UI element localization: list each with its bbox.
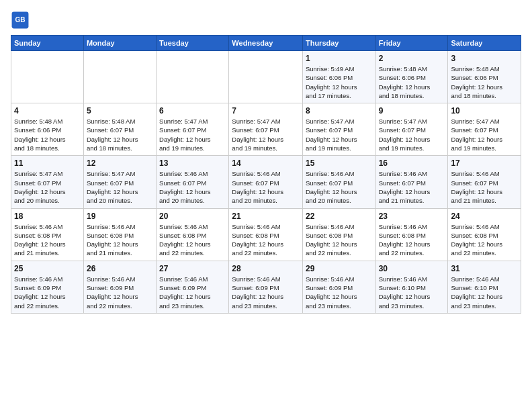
day-info: Sunrise: 5:47 AM Sunset: 6:07 PM Dayligh… <box>306 117 373 152</box>
day-cell: 18Sunrise: 5:46 AM Sunset: 6:08 PM Dayli… <box>11 208 84 261</box>
day-info: Sunrise: 5:46 AM Sunset: 6:08 PM Dayligh… <box>306 222 373 258</box>
day-info: Sunrise: 5:46 AM Sunset: 6:07 PM Dayligh… <box>159 169 226 205</box>
logo-icon: GB <box>11 11 30 30</box>
dow-header-sunday: Sunday <box>11 36 84 51</box>
day-number: 12 <box>87 158 153 168</box>
day-number: 14 <box>232 158 300 168</box>
day-info: Sunrise: 5:46 AM Sunset: 6:08 PM Dayligh… <box>379 222 445 258</box>
day-info: Sunrise: 5:46 AM Sunset: 6:10 PM Dayligh… <box>379 275 445 310</box>
day-number: 11 <box>14 158 81 168</box>
day-info: Sunrise: 5:48 AM Sunset: 6:06 PM Dayligh… <box>451 64 518 100</box>
calendar-body: 1Sunrise: 5:49 AM Sunset: 6:06 PM Daylig… <box>11 51 521 314</box>
day-number: 16 <box>379 158 445 168</box>
day-number: 17 <box>451 158 518 168</box>
day-info: Sunrise: 5:46 AM Sunset: 6:08 PM Dayligh… <box>87 222 153 258</box>
day-number: 4 <box>14 106 81 116</box>
header: GB <box>11 11 521 30</box>
day-info: Sunrise: 5:46 AM Sunset: 6:09 PM Dayligh… <box>306 275 373 310</box>
day-number: 31 <box>451 264 518 273</box>
day-cell: 7Sunrise: 5:47 AM Sunset: 6:07 PM Daylig… <box>229 103 303 156</box>
day-cell: 4Sunrise: 5:48 AM Sunset: 6:06 PM Daylig… <box>11 103 84 156</box>
day-cell: 10Sunrise: 5:47 AM Sunset: 6:07 PM Dayli… <box>448 103 521 156</box>
dow-header-tuesday: Tuesday <box>157 36 229 51</box>
day-info: Sunrise: 5:49 AM Sunset: 6:06 PM Dayligh… <box>306 64 373 100</box>
day-number: 15 <box>306 158 373 168</box>
day-cell: 24Sunrise: 5:46 AM Sunset: 6:08 PM Dayli… <box>448 208 521 261</box>
dow-header-wednesday: Wednesday <box>229 36 303 51</box>
day-cell: 11Sunrise: 5:47 AM Sunset: 6:07 PM Dayli… <box>11 156 84 208</box>
week-row-1: 1Sunrise: 5:49 AM Sunset: 6:06 PM Daylig… <box>11 51 521 103</box>
day-info: Sunrise: 5:46 AM Sunset: 6:10 PM Dayligh… <box>451 275 518 310</box>
day-number: 30 <box>379 264 445 273</box>
day-number: 5 <box>87 106 153 116</box>
day-number: 6 <box>159 106 226 116</box>
day-cell: 27Sunrise: 5:46 AM Sunset: 6:09 PM Dayli… <box>157 261 229 313</box>
day-number: 21 <box>232 212 300 221</box>
day-cell: 19Sunrise: 5:46 AM Sunset: 6:08 PM Dayli… <box>83 208 156 261</box>
day-info: Sunrise: 5:46 AM Sunset: 6:07 PM Dayligh… <box>451 169 518 205</box>
svg-text:GB: GB <box>15 16 25 24</box>
day-cell: 31Sunrise: 5:46 AM Sunset: 6:10 PM Dayli… <box>448 261 521 313</box>
day-info: Sunrise: 5:47 AM Sunset: 6:07 PM Dayligh… <box>159 117 226 152</box>
dow-header-monday: Monday <box>83 36 156 51</box>
day-cell: 30Sunrise: 5:46 AM Sunset: 6:10 PM Dayli… <box>375 261 448 313</box>
day-info: Sunrise: 5:46 AM Sunset: 6:09 PM Dayligh… <box>14 275 81 310</box>
day-number: 8 <box>306 106 373 116</box>
day-info: Sunrise: 5:46 AM Sunset: 6:08 PM Dayligh… <box>232 222 300 258</box>
day-info: Sunrise: 5:46 AM Sunset: 6:08 PM Dayligh… <box>14 222 81 258</box>
day-cell: 28Sunrise: 5:46 AM Sunset: 6:09 PM Dayli… <box>229 261 303 313</box>
day-info: Sunrise: 5:48 AM Sunset: 6:07 PM Dayligh… <box>87 117 153 152</box>
day-number: 28 <box>232 264 300 273</box>
day-info: Sunrise: 5:48 AM Sunset: 6:06 PM Dayligh… <box>14 117 81 152</box>
day-cell: 20Sunrise: 5:46 AM Sunset: 6:08 PM Dayli… <box>157 208 229 261</box>
day-number: 22 <box>306 212 373 221</box>
day-info: Sunrise: 5:46 AM Sunset: 6:07 PM Dayligh… <box>306 169 373 205</box>
day-cell: 9Sunrise: 5:47 AM Sunset: 6:07 PM Daylig… <box>375 103 448 156</box>
day-cell: 12Sunrise: 5:47 AM Sunset: 6:07 PM Dayli… <box>83 156 156 208</box>
day-cell <box>157 51 229 103</box>
week-row-3: 11Sunrise: 5:47 AM Sunset: 6:07 PM Dayli… <box>11 156 521 208</box>
week-row-5: 25Sunrise: 5:46 AM Sunset: 6:09 PM Dayli… <box>11 261 521 313</box>
day-cell: 14Sunrise: 5:46 AM Sunset: 6:07 PM Dayli… <box>229 156 303 208</box>
logo: GB <box>11 11 32 30</box>
day-cell <box>83 51 156 103</box>
day-number: 19 <box>87 212 153 221</box>
day-number: 13 <box>159 158 226 168</box>
day-number: 26 <box>87 264 153 273</box>
day-cell: 8Sunrise: 5:47 AM Sunset: 6:07 PM Daylig… <box>302 103 375 156</box>
day-cell: 26Sunrise: 5:46 AM Sunset: 6:09 PM Dayli… <box>83 261 156 313</box>
day-cell <box>11 51 84 103</box>
day-cell: 2Sunrise: 5:48 AM Sunset: 6:06 PM Daylig… <box>375 51 448 103</box>
day-info: Sunrise: 5:46 AM Sunset: 6:07 PM Dayligh… <box>232 169 300 205</box>
dow-header-thursday: Thursday <box>302 36 375 51</box>
day-info: Sunrise: 5:47 AM Sunset: 6:07 PM Dayligh… <box>14 169 81 205</box>
dow-header-friday: Friday <box>375 36 448 51</box>
day-cell: 6Sunrise: 5:47 AM Sunset: 6:07 PM Daylig… <box>157 103 229 156</box>
day-cell: 5Sunrise: 5:48 AM Sunset: 6:07 PM Daylig… <box>83 103 156 156</box>
day-cell: 17Sunrise: 5:46 AM Sunset: 6:07 PM Dayli… <box>448 156 521 208</box>
day-info: Sunrise: 5:48 AM Sunset: 6:06 PM Dayligh… <box>379 64 445 100</box>
day-number: 24 <box>451 212 518 221</box>
day-cell: 29Sunrise: 5:46 AM Sunset: 6:09 PM Dayli… <box>302 261 375 313</box>
calendar: SundayMondayTuesdayWednesdayThursdayFrid… <box>11 35 521 314</box>
day-info: Sunrise: 5:47 AM Sunset: 6:07 PM Dayligh… <box>379 117 445 152</box>
day-cell: 21Sunrise: 5:46 AM Sunset: 6:08 PM Dayli… <box>229 208 303 261</box>
day-number: 3 <box>451 54 518 63</box>
day-info: Sunrise: 5:46 AM Sunset: 6:08 PM Dayligh… <box>451 222 518 258</box>
day-number: 25 <box>14 264 81 273</box>
week-row-2: 4Sunrise: 5:48 AM Sunset: 6:06 PM Daylig… <box>11 103 521 156</box>
day-number: 9 <box>379 106 445 116</box>
day-info: Sunrise: 5:47 AM Sunset: 6:07 PM Dayligh… <box>87 169 153 205</box>
day-info: Sunrise: 5:46 AM Sunset: 6:07 PM Dayligh… <box>379 169 445 205</box>
day-info: Sunrise: 5:46 AM Sunset: 6:09 PM Dayligh… <box>232 275 300 310</box>
day-number: 7 <box>232 106 300 116</box>
day-number: 2 <box>379 54 445 63</box>
day-info: Sunrise: 5:46 AM Sunset: 6:09 PM Dayligh… <box>87 275 153 310</box>
day-cell: 13Sunrise: 5:46 AM Sunset: 6:07 PM Dayli… <box>157 156 229 208</box>
days-of-week-row: SundayMondayTuesdayWednesdayThursdayFrid… <box>11 36 521 51</box>
day-cell: 16Sunrise: 5:46 AM Sunset: 6:07 PM Dayli… <box>375 156 448 208</box>
day-cell: 25Sunrise: 5:46 AM Sunset: 6:09 PM Dayli… <box>11 261 84 313</box>
day-cell: 1Sunrise: 5:49 AM Sunset: 6:06 PM Daylig… <box>302 51 375 103</box>
day-cell <box>229 51 303 103</box>
day-number: 1 <box>306 54 373 63</box>
